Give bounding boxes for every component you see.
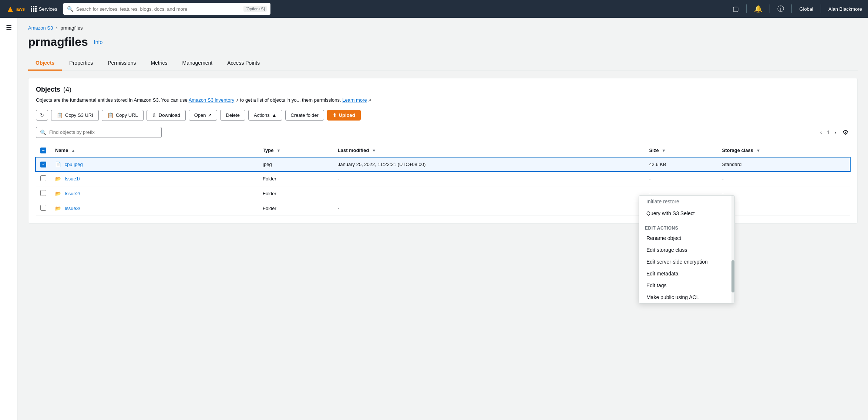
size-filter-icon[interactable]: ▼ (662, 148, 666, 153)
delete-button[interactable]: Delete (220, 110, 245, 121)
scrollbar-thumb[interactable] (731, 260, 734, 292)
open-button[interactable]: Open ↗ (189, 110, 218, 121)
copy-url-button[interactable]: 📋 Copy URL (102, 110, 144, 121)
sidebar-toggle-icon[interactable]: ☰ (3, 21, 15, 35)
global-search-input[interactable] (76, 6, 241, 12)
row3-checkbox[interactable] (40, 190, 46, 196)
tab-properties[interactable]: Properties (62, 56, 100, 71)
learn-more-link[interactable]: Learn more (342, 97, 367, 103)
name-sort-icon[interactable]: ▲ (71, 148, 75, 153)
aws-logo[interactable]: ▲ aws (6, 4, 25, 14)
region-selector[interactable]: Global (799, 6, 813, 12)
pagination-prev-button[interactable]: ‹ (817, 128, 825, 137)
dropdown-item-rename-object[interactable]: Rename object (639, 232, 731, 244)
tab-access-points[interactable]: Access Points (220, 56, 267, 71)
copy-url-label: Copy URL (116, 112, 138, 118)
row3-name-link[interactable]: Issue2/ (65, 191, 80, 196)
user-menu[interactable]: Alan Blackmore (828, 6, 862, 12)
dropdown-item-edit-tags[interactable]: Edit tags (639, 280, 731, 291)
row1-name-link[interactable]: cpu.jpeg (65, 162, 83, 167)
row1-storage-class-cell: Standard (717, 158, 850, 172)
row4-checkbox-cell (36, 201, 51, 216)
th-storage-class: Storage class ▼ (717, 144, 850, 158)
copy-s3-uri-label: Copy S3 URI (65, 112, 93, 118)
dropdown-item-edit-metadata[interactable]: Edit metadata (639, 268, 731, 280)
nav-icons: ▢ 🔔 ⓘ Global Alan Blackmore (733, 4, 862, 13)
object-search-input[interactable] (49, 129, 158, 135)
services-label: Services (39, 6, 57, 12)
object-search-box[interactable]: 🔍 (36, 127, 162, 138)
row2-name-link[interactable]: Issue1/ (65, 176, 80, 182)
dropdown-item-initiate-restore[interactable]: Initiate restore (639, 196, 731, 207)
row2-checkbox[interactable] (40, 175, 46, 181)
breadcrumb-parent[interactable]: Amazon S3 (28, 25, 53, 31)
copy-s3-uri-button[interactable]: 📋 Copy S3 URI (51, 110, 99, 121)
main-content: Amazon S3 › prmagfiles prmagfiles Info O… (18, 18, 868, 420)
dropdown-item-make-public-acl[interactable]: Make public using ACL (639, 291, 731, 303)
pagination-next-button[interactable]: › (831, 128, 840, 137)
tab-objects[interactable]: Objects (28, 56, 62, 71)
left-sidebar: ☰ (0, 18, 18, 420)
nav-divider (746, 4, 747, 13)
tab-permissions[interactable]: Permissions (100, 56, 143, 71)
search-shortcut: [Option+S] (243, 6, 266, 12)
create-folder-label: Create folder (291, 112, 319, 118)
object-search-icon: 🔍 (40, 129, 46, 135)
terminal-icon[interactable]: ▢ (733, 5, 739, 13)
panel-header: Objects (4) (36, 86, 850, 94)
table-row: ✓ 📄 cpu.jpeg jpeg January 25, 2022, 11:2… (36, 158, 850, 172)
upload-button[interactable]: ⬆ Upload (327, 110, 361, 121)
bell-icon[interactable]: 🔔 (754, 5, 762, 13)
modified-filter-icon[interactable]: ▼ (372, 148, 376, 153)
row1-file-icon: 📄 (55, 162, 61, 167)
download-button[interactable]: ⇩ Download (147, 110, 186, 121)
th-checkbox: − (36, 144, 51, 158)
th-last-modified: Last modified ▼ (333, 144, 645, 158)
dropdown-item-edit-storage-class[interactable]: Edit storage class (639, 244, 731, 256)
storage-class-filter-icon[interactable]: ▼ (756, 148, 760, 153)
delete-label: Delete (226, 112, 240, 118)
row2-name-cell: 📂 Issue1/ (51, 171, 258, 186)
search-icon: 🔍 (67, 6, 73, 12)
inventory-link[interactable]: Amazon S3 inventory (189, 97, 235, 103)
dropdown-item-query-s3-select[interactable]: Query with S3 Select (639, 207, 731, 219)
dropdown-inner: Initiate restore Query with S3 Select Ed… (639, 196, 734, 303)
actions-button[interactable]: Actions ▲ (248, 110, 282, 121)
row1-name-cell: 📄 cpu.jpeg (51, 158, 258, 172)
create-folder-button[interactable]: Create folder (285, 110, 324, 121)
upload-label: Upload (339, 112, 355, 118)
tab-metrics[interactable]: Metrics (143, 56, 175, 71)
header-checkbox[interactable]: − (40, 148, 46, 153)
row3-folder-icon: 📂 (55, 191, 61, 196)
info-link[interactable]: Info (94, 39, 102, 45)
type-filter-icon[interactable]: ▼ (276, 148, 280, 153)
row1-checkbox[interactable]: ✓ (40, 162, 46, 167)
th-size: Size ▼ (645, 144, 717, 158)
scrollbar-track (731, 196, 734, 303)
dropdown-item-edit-server-side-encryption[interactable]: Edit server-side encryption (639, 256, 731, 268)
global-search-bar[interactable]: 🔍 [Option+S] (63, 3, 270, 15)
refresh-button[interactable]: ↻ (36, 110, 48, 121)
nav-divider-4 (821, 4, 821, 13)
page-title-row: prmagfiles Info (28, 35, 858, 49)
row4-checkbox[interactable] (40, 205, 46, 211)
help-icon[interactable]: ⓘ (777, 4, 784, 13)
table-settings-button[interactable]: ⚙ (841, 127, 850, 138)
services-button[interactable]: Services (31, 6, 57, 12)
external-link-icon: ↗ (236, 98, 239, 102)
tab-management[interactable]: Management (175, 56, 220, 71)
row1-modified-cell: January 25, 2022, 11:22:21 (UTC+08:00) (333, 158, 645, 172)
table-row: 📂 Issue1/ Folder - - - (36, 171, 850, 186)
copy-url-icon: 📋 (107, 112, 114, 118)
actions-arrow-icon: ▲ (272, 112, 277, 118)
page-title: prmagfiles (28, 35, 88, 49)
row4-storage-class-cell: - (717, 201, 850, 216)
row4-name-link[interactable]: Issue3/ (65, 206, 80, 211)
top-navigation: ▲ aws Services 🔍 [Option+S] ▢ 🔔 ⓘ Global… (0, 0, 868, 18)
row2-modified-cell: - (333, 171, 645, 186)
th-name: Name ▲ (51, 144, 258, 158)
breadcrumb: Amazon S3 › prmagfiles (28, 25, 858, 31)
actions-dropdown-menu: Initiate restore Query with S3 Select Ed… (639, 195, 735, 304)
nav-divider-3 (791, 4, 792, 13)
row2-storage-class-cell: - (717, 171, 850, 186)
